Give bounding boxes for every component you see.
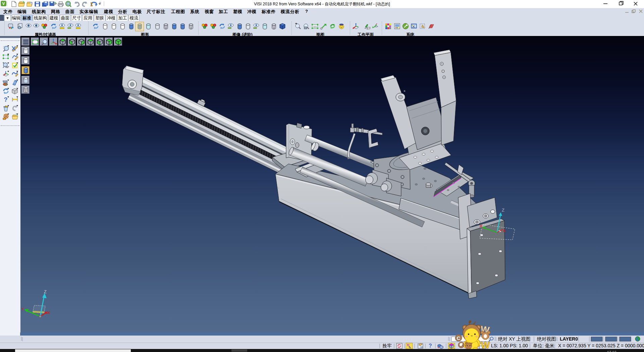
- svg-text:单位: 毫米: 单位: 毫米: [533, 343, 554, 348]
- svg-text:拴牢: 拴牢: [382, 343, 392, 348]
- svg-text:?: ?: [4, 96, 8, 103]
- svg-text:V: V: [2, 1, 5, 6]
- svg-text:Y: Y: [21, 307, 24, 312]
- svg-text:LS: 1.00 PS: 1.00: LS: 1.00 PS: 1.00: [491, 343, 528, 348]
- svg-text:X = 0072.935 Y = 0253.025 Z =: X = 0072.935 Y = 0253.025 Z = 0000.000: [558, 343, 644, 348]
- svg-text:1:1: 1:1: [313, 26, 317, 28]
- svg-text:绝对 XY 上视图: 绝对 XY 上视图: [498, 336, 530, 342]
- svg-text:LAYER0: LAYER0: [560, 336, 578, 342]
- svg-text:绝对视图: 绝对视图: [537, 336, 556, 342]
- svg-text:10: 10: [420, 346, 423, 348]
- svg-text:C: C: [457, 335, 461, 341]
- svg-text:?: ?: [429, 343, 432, 349]
- svg-text:Z: Z: [502, 208, 504, 213]
- svg-text:Z: Z: [44, 289, 47, 294]
